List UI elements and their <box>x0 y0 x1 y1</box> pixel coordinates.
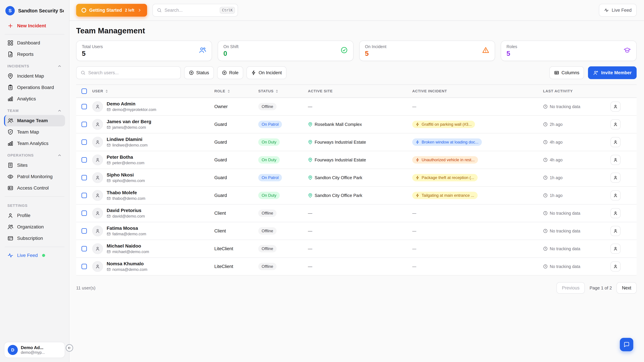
sidebar-item-team-map[interactable]: Team Map <box>4 126 65 138</box>
user-search[interactable] <box>76 66 181 79</box>
global-search-input[interactable] <box>164 8 217 13</box>
mail-icon <box>107 179 111 183</box>
avatar <box>92 243 103 254</box>
table-row[interactable]: Michael Naidoomichael@demo.com LiteClien… <box>76 240 636 258</box>
user-action-button[interactable] <box>610 208 620 218</box>
sidebar-item-team-analytics[interactable]: Team Analytics <box>4 138 65 149</box>
section-header-operations[interactable]: OPERATIONS <box>4 149 65 160</box>
user-action-button[interactable] <box>610 261 620 272</box>
user-action-button[interactable] <box>610 173 620 183</box>
incident-badge[interactable]: Graffiti on parking wall (#3... <box>412 121 475 128</box>
user-icon <box>95 175 100 180</box>
current-user-card[interactable]: D Demo Ad... demo@myp... <box>4 342 65 358</box>
column-header-role[interactable]: ROLE <box>214 89 258 93</box>
zap-icon <box>416 193 420 197</box>
column-header-status[interactable]: STATUS <box>258 89 308 93</box>
user-action-button[interactable] <box>610 155 620 165</box>
incident-badge[interactable]: Package theft at reception (... <box>412 174 478 181</box>
sidebar-item-live-feed[interactable]: Live Feed <box>4 250 65 261</box>
sidebar-item-incident-map[interactable]: Incident Map <box>4 70 65 82</box>
status-badge: On Patrol <box>258 121 282 128</box>
incident-badge[interactable]: Broken window at loading doc... <box>412 138 482 146</box>
table-row[interactable]: Lindiwe Dlaminilindiwe@demo.com Guard On… <box>76 133 636 151</box>
row-checkbox[interactable] <box>82 175 87 180</box>
sidebar-item-subscription[interactable]: Subscription <box>4 233 65 244</box>
sort-icon <box>227 89 231 93</box>
table-row[interactable]: Nomsa Khumalonomsa@demo.com LiteClient O… <box>76 258 636 276</box>
sidebar-collapse-button[interactable] <box>66 344 73 352</box>
sidebar-item-patrol-monitoring[interactable]: Patrol Monitoring <box>4 171 65 182</box>
stat-value: 5 <box>365 50 489 57</box>
row-checkbox[interactable] <box>82 122 87 127</box>
app-root: S Sandton Security Ser... New Incident D… <box>0 0 644 362</box>
sidebar-item-dashboard[interactable]: Dashboard <box>4 37 65 49</box>
row-checkbox[interactable] <box>82 104 87 109</box>
incident-badge[interactable]: Tailgating at main entrance ... <box>412 192 478 199</box>
next-page-button[interactable]: Next <box>616 282 636 294</box>
eye-icon <box>8 174 14 180</box>
row-checkbox[interactable] <box>82 139 87 145</box>
row-checkbox[interactable] <box>82 228 87 234</box>
sidebar-item-analytics[interactable]: Analytics <box>4 93 65 105</box>
graduation-cap-icon <box>624 46 631 55</box>
mail-icon <box>107 250 111 254</box>
role-filter-button[interactable]: Role <box>217 66 243 79</box>
column-header-user[interactable]: USER <box>92 89 214 93</box>
incident-badge[interactable]: Unauthorized vehicle in rest... <box>412 156 478 164</box>
table-row[interactable]: Sipho Nkosisipho@demo.com Guard On Patro… <box>76 169 636 187</box>
sidebar-item-manage-team[interactable]: Manage Team <box>4 115 65 126</box>
user-action-button[interactable] <box>610 137 620 147</box>
sidebar-item-access-control[interactable]: Access Control <box>4 182 65 194</box>
user-count: 11 user(s) <box>76 285 96 291</box>
role-cell: Client <box>214 211 258 216</box>
table-row[interactable]: Thabo Molefethabo@demo.com Guard On Duty… <box>76 187 636 204</box>
sidebar-item-organization[interactable]: Organization <box>4 221 65 233</box>
on-incident-filter-button[interactable]: On Incident <box>246 66 286 79</box>
row-checkbox[interactable] <box>82 246 87 251</box>
user-search-input[interactable] <box>88 70 176 75</box>
user-avatar: D <box>8 345 18 355</box>
getting-started-button[interactable]: Getting Started 2 left <box>76 4 147 16</box>
user-action-button[interactable] <box>610 102 620 112</box>
invite-member-button[interactable]: Invite Member <box>588 66 636 79</box>
table-row[interactable]: Fatima Moosafatima@demo.com Client Offli… <box>76 222 636 240</box>
select-all-checkbox[interactable] <box>82 88 87 94</box>
previous-page-button[interactable]: Previous <box>556 282 585 294</box>
row-checkbox[interactable] <box>82 264 87 269</box>
divider <box>5 247 64 247</box>
table-row[interactable]: Peter Bothapeter@demo.com Guard On Duty … <box>76 151 636 169</box>
sidebar-item-profile[interactable]: Profile <box>4 210 65 221</box>
map-pin-icon <box>308 193 312 198</box>
incident-badge[interactable]: — <box>412 103 420 110</box>
columns-button[interactable]: Columns <box>550 66 584 79</box>
column-header-last-activity: LAST ACTIVITY <box>543 89 610 93</box>
user-action-button[interactable] <box>610 226 620 236</box>
global-search[interactable]: CtrlK <box>152 4 238 16</box>
row-checkbox[interactable] <box>82 211 87 216</box>
table-row[interactable]: James van der Bergjames@demo.com Guard O… <box>76 116 636 133</box>
clipboard-icon <box>8 84 14 90</box>
sort-icon <box>105 89 109 93</box>
users-icon <box>8 118 14 124</box>
clock-icon <box>543 229 548 233</box>
chat-widget-button[interactable] <box>620 338 633 351</box>
user-action-button[interactable] <box>610 119 620 129</box>
new-incident-button[interactable]: New Incident <box>4 20 65 31</box>
user-icon <box>95 122 100 127</box>
user-action-button[interactable] <box>610 190 620 200</box>
section-header-team[interactable]: TEAM <box>4 105 65 115</box>
user-action-button[interactable] <box>610 244 620 254</box>
table-row[interactable]: Demo Admindemo@myprotektor.com Owner Off… <box>76 98 636 116</box>
table-row[interactable]: David Pretoriusdavid@demo.com Client Off… <box>76 204 636 222</box>
sidebar-item-sites[interactable]: Sites <box>4 160 65 171</box>
zap-icon <box>416 122 420 126</box>
row-checkbox[interactable] <box>82 193 87 198</box>
org-switcher[interactable]: S Sandton Security Ser... <box>4 5 65 20</box>
sidebar-item-operations-board[interactable]: Operations Board <box>4 82 65 93</box>
row-checkbox[interactable] <box>82 157 87 163</box>
sidebar-item-reports[interactable]: Reports <box>4 49 65 60</box>
section-header-incidents[interactable]: INCIDENTS <box>4 60 65 70</box>
status-filter-button[interactable]: Status <box>184 66 214 79</box>
live-feed-button[interactable]: Live Feed <box>599 4 636 16</box>
sort-icon <box>275 89 279 93</box>
